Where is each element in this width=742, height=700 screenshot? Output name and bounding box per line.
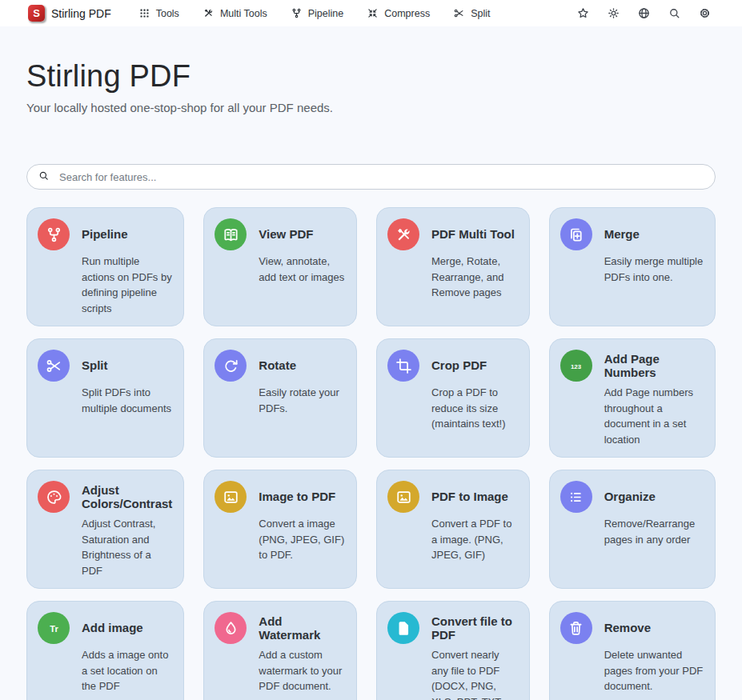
card-description: Adjust Contrast, Saturation and Brightne…	[82, 516, 172, 578]
nav-item-label: Tools	[156, 8, 179, 19]
book-icon	[222, 226, 240, 244]
card-description: Split PDFs into multiple documents	[82, 385, 172, 416]
card-title: Organize	[604, 481, 704, 513]
card-description: View, annotate, add text or images	[259, 254, 345, 285]
page-subtitle: Your locally hosted one-stop-shop for al…	[26, 101, 716, 114]
nav-item-label: Compress	[384, 8, 430, 19]
text-icon: Tr	[45, 619, 63, 638]
navbar: S Stirling PDF Tools Multi Tools Pipelin…	[0, 0, 742, 26]
card-title: Merge	[604, 218, 704, 250]
card-add-watermark[interactable]: Add Watermark Add a custom watermark to …	[203, 601, 357, 700]
card-remove[interactable]: Remove Delete unwanted pages from your P…	[549, 601, 716, 700]
gear-button[interactable]	[698, 6, 712, 20]
compress-icon	[367, 7, 379, 19]
card-title: Pipeline	[82, 218, 172, 250]
card-title: Remove	[604, 612, 704, 644]
rotate-icon	[222, 357, 240, 375]
card-adjust-colors-contrast[interactable]: Adjust Colors/Contrast Adjust Contrast, …	[26, 470, 184, 589]
card-description: Easily merge multiple PDFs into one.	[604, 254, 704, 285]
card-description: Delete unwanted pages from your PDF docu…	[604, 647, 704, 694]
list-icon	[567, 488, 585, 506]
nav-item-label: Multi Tools	[220, 8, 267, 19]
card-title: Split	[82, 350, 172, 382]
sun-icon	[607, 6, 620, 20]
nav-item-multi-tools[interactable]: Multi Tools	[203, 7, 267, 19]
card-description: Crop a PDF to reduce its size (maintains…	[431, 385, 518, 432]
card-description: Convert nearly any file to PDF (DOCX, PN…	[431, 647, 518, 700]
card-title: PDF Multi Tool	[431, 218, 518, 250]
pipeline-icon	[45, 226, 63, 244]
card-description: Add Page numbers throughout a document i…	[604, 385, 704, 447]
card-description: Add a custom watermark to your PDF docum…	[259, 647, 345, 694]
card-merge[interactable]: Merge Easily merge multiple PDFs into on…	[549, 207, 716, 326]
trash-icon	[567, 619, 585, 638]
card-description: Adds a image onto a set location on the …	[82, 647, 172, 694]
crop-icon	[395, 357, 413, 375]
star-button[interactable]	[576, 6, 590, 20]
card-description: Convert a image (PNG, JPEG, GIF) to PDF.	[259, 516, 345, 563]
pipeline-icon	[291, 7, 303, 19]
card-title: Adjust Colors/Contrast	[82, 481, 172, 513]
image-icon	[222, 488, 240, 506]
card-pdf-multi-tool[interactable]: PDF Multi Tool Merge, Rotate, Rearrange,…	[376, 207, 530, 326]
card-description: Convert a PDF to a image. (PNG, JPEG, GI…	[431, 516, 518, 563]
card-title: Rotate	[259, 350, 345, 382]
feature-card-grid: Pipeline Run multiple actions on PDFs by…	[26, 207, 716, 700]
card-description: Easily rotate your PDFs.	[259, 385, 345, 416]
card-add-page-numbers[interactable]: 123 Add Page Numbers Add Page numbers th…	[549, 338, 716, 458]
nav-item-split[interactable]: Split	[453, 7, 490, 19]
scissors-icon	[45, 357, 63, 375]
globe-button[interactable]	[637, 6, 651, 20]
card-image-to-pdf[interactable]: Image to PDF Convert a image (PNG, JPEG,…	[203, 470, 357, 589]
card-add-image[interactable]: Tr Add image Adds a image onto a set loc…	[26, 601, 184, 700]
card-crop-pdf[interactable]: Crop PDF Crop a PDF to reduce its size (…	[376, 338, 530, 458]
card-convert-file-to-pdf[interactable]: Convert file to PDF Convert nearly any f…	[376, 601, 530, 700]
scissors-icon	[453, 7, 465, 19]
nav-menu: Tools Multi Tools Pipeline Compress Spli…	[138, 7, 491, 19]
card-pdf-to-image[interactable]: PDF to Image Convert a PDF to a image. (…	[376, 470, 530, 589]
card-split[interactable]: Split Split PDFs into multiple documents	[26, 338, 184, 458]
nav-item-compress[interactable]: Compress	[367, 7, 430, 19]
grid-icon	[138, 7, 150, 19]
card-description: Run multiple actions on PDFs by defining…	[82, 254, 172, 316]
card-title: Add Page Numbers	[604, 350, 704, 382]
tools-icon	[203, 7, 215, 19]
nav-item-pipeline[interactable]: Pipeline	[291, 7, 343, 19]
search-input[interactable]	[58, 170, 704, 184]
file-icon	[395, 619, 413, 638]
star-icon	[576, 6, 590, 20]
search-icon	[38, 170, 50, 185]
palette-icon	[45, 488, 63, 506]
globe-icon	[637, 6, 651, 20]
card-title: Add image	[82, 612, 172, 644]
card-rotate[interactable]: Rotate Easily rotate your PDFs.	[203, 338, 357, 458]
card-title: Crop PDF	[431, 350, 518, 382]
card-organize[interactable]: Organize Remove/Rearrange pages in any o…	[549, 470, 716, 589]
gear-icon	[698, 6, 712, 20]
brand-name: Stirling PDF	[51, 7, 111, 20]
nav-item-label: Split	[471, 8, 490, 19]
card-view-pdf[interactable]: View PDF View, annotate, add text or ima…	[203, 207, 357, 326]
main-content: Stirling PDF Your locally hosted one-sto…	[0, 59, 742, 700]
card-title: Add Watermark	[259, 612, 345, 644]
svg-text:Tr: Tr	[50, 623, 58, 633]
brand[interactable]: S Stirling PDF	[28, 5, 111, 22]
svg-text:123: 123	[571, 362, 582, 370]
search-icon	[668, 6, 681, 20]
card-title: PDF to Image	[431, 481, 518, 513]
tools-icon	[395, 226, 413, 244]
search-button[interactable]	[668, 6, 681, 20]
droplet-icon	[222, 619, 240, 638]
page-title: Stirling PDF	[26, 59, 716, 94]
card-pipeline[interactable]: Pipeline Run multiple actions on PDFs by…	[26, 207, 184, 326]
sun-button[interactable]	[607, 6, 620, 20]
feature-search-bar	[26, 164, 716, 190]
nav-item-label: Pipeline	[308, 8, 343, 19]
card-title: Image to PDF	[259, 481, 345, 513]
stirling-logo-icon: S	[28, 5, 45, 22]
card-title: Convert file to PDF	[431, 612, 518, 644]
nav-actions	[576, 6, 712, 20]
card-title: View PDF	[259, 218, 345, 250]
nav-item-tools[interactable]: Tools	[138, 7, 179, 19]
numbers-icon: 123	[567, 357, 585, 375]
